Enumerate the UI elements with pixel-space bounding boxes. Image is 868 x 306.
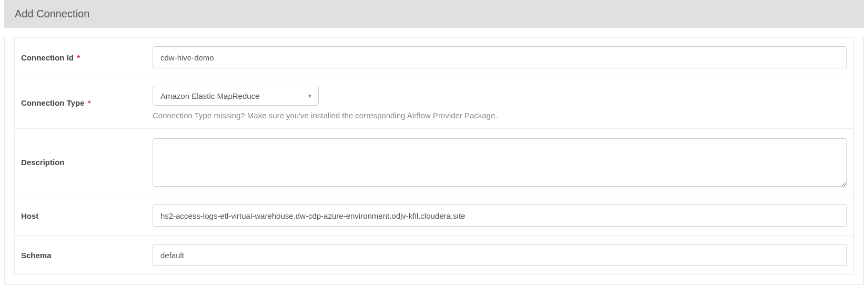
connection-type-help-text: Connection Type missing? Make sure you'v…	[153, 111, 847, 120]
label-connection-type: Connection Type *	[21, 98, 153, 107]
label-connection-id-text: Connection Id	[21, 53, 74, 62]
required-asterisk: *	[88, 98, 91, 107]
row-host: Host	[15, 196, 853, 236]
label-description: Description	[21, 158, 153, 167]
required-asterisk: *	[77, 53, 80, 62]
panel-header: Add Connection	[4, 0, 864, 28]
panel-body: Connection Id * Connection Type * Amazon…	[4, 37, 864, 285]
schema-input[interactable]	[153, 244, 847, 266]
label-host: Host	[21, 211, 153, 220]
label-schema: Schema	[21, 251, 153, 260]
row-schema: Schema	[15, 236, 853, 274]
row-connection-type: Connection Type * Amazon Elastic MapRedu…	[15, 77, 853, 129]
label-connection-type-text: Connection Type	[21, 98, 85, 107]
row-connection-id: Connection Id *	[15, 38, 853, 77]
label-connection-id: Connection Id *	[21, 53, 153, 62]
connection-id-input[interactable]	[153, 46, 847, 68]
host-input[interactable]	[153, 205, 847, 227]
page-title: Add Connection	[15, 8, 853, 20]
description-textarea[interactable]	[153, 138, 847, 187]
connection-type-select[interactable]: Amazon Elastic MapReduce	[153, 86, 319, 106]
row-description: Description	[15, 129, 853, 196]
